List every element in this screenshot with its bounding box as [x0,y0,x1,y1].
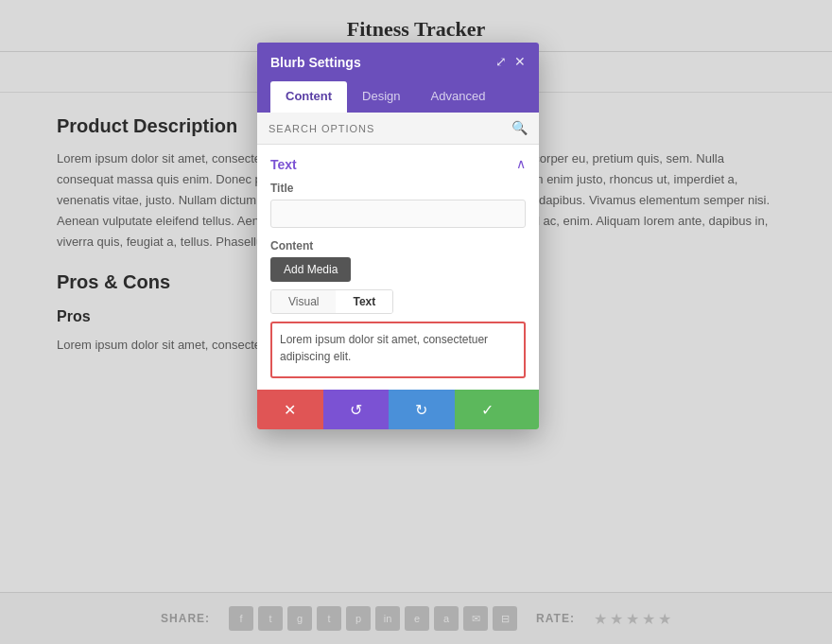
title-field-label: Title [270,182,526,195]
text-section-header: Text ∧ [270,156,526,172]
text-section-label: Text [270,157,297,172]
content-field-label: Content [270,239,526,252]
tab-content[interactable]: Content [270,81,347,113]
modal-search-bar: 🔍 [257,113,539,145]
modal-body: Text ∧ Title Content Add Media Visual Te… [257,145,539,390]
tab-advanced[interactable]: Advanced [416,81,501,113]
modal-header: Blurb Settings ⤢ ✕ [257,43,539,81]
tab-text[interactable]: Text [336,290,392,313]
modal-footer: ✕ ↺ ↻ ✓ [257,390,539,429]
search-input[interactable] [269,123,511,134]
search-icon[interactable]: 🔍 [511,120,528,136]
confirm-button[interactable]: ✓ [455,390,521,429]
section-collapse-icon[interactable]: ∧ [516,156,526,172]
blurb-modal: Blurb Settings ⤢ ✕ Content Design Advanc… [257,43,539,429]
modal-close-icon[interactable]: ✕ [514,54,526,70]
content-textarea[interactable]: Lorem ipsum dolor sit amet, consectetuer… [270,322,526,378]
undo-button[interactable]: ↺ [323,390,390,429]
tab-visual[interactable]: Visual [271,290,336,313]
title-input[interactable] [270,200,526,228]
cancel-button[interactable]: ✕ [257,390,323,429]
modal-title: Blurb Settings [270,55,361,70]
tab-design[interactable]: Design [347,81,415,113]
page-wrapper: Fitness Tracker Posted | ★★★★★ Product D… [0,0,832,644]
modal-tabs: Content Design Advanced [257,81,539,113]
modal-expand-icon[interactable]: ⤢ [495,54,507,70]
modal-header-icons: ⤢ ✕ [495,54,526,70]
extra-button[interactable] [520,390,539,429]
visual-text-tabs: Visual Text [270,289,393,314]
content-textarea-text: Lorem ipsum dolor sit amet, consectetuer… [280,331,516,365]
redo-button[interactable]: ↻ [389,390,455,429]
add-media-button[interactable]: Add Media [270,257,351,282]
